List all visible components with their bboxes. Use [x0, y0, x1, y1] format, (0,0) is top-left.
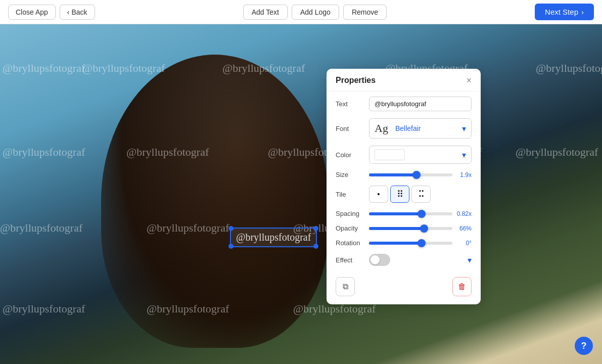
- spacing-slider-thumb[interactable]: [418, 210, 426, 218]
- text-property-row: Text: [336, 97, 472, 111]
- effect-property-row: Effect ▾: [336, 254, 472, 266]
- text-control: [369, 97, 472, 111]
- size-property-row: Size 1.9x: [336, 171, 472, 178]
- size-slider[interactable]: [369, 173, 452, 176]
- font-preview-char: Ag: [375, 122, 388, 135]
- tile-option-grid[interactable]: ⠿: [390, 186, 409, 203]
- add-logo-button[interactable]: Add Logo: [292, 5, 339, 20]
- spacing-control: 0.82x: [369, 210, 472, 217]
- resize-handle-tl[interactable]: [228, 226, 234, 231]
- properties-panel: Properties × Text Font Ag Bellefair: [327, 69, 481, 304]
- spacing-value: 0.82x: [455, 210, 472, 217]
- panel-body: Text Font Ag Bellefair ▾: [327, 92, 481, 266]
- couple-silhouette: [101, 55, 329, 348]
- rotation-value: 0°: [455, 240, 472, 247]
- back-button[interactable]: ‹ Back: [60, 5, 95, 20]
- effect-control: [369, 254, 464, 266]
- canvas-area: @bryllupsfotograf@bryllupsfotograf@bryll…: [0, 24, 602, 364]
- tile-grid-icon: ⠿: [397, 189, 403, 200]
- remove-button[interactable]: Remove: [343, 5, 387, 20]
- size-label: Size: [336, 171, 365, 178]
- rotation-label: Rotation: [336, 239, 365, 247]
- delete-button[interactable]: 🗑: [452, 277, 472, 296]
- font-selector-left: Ag Bellefair: [375, 122, 421, 135]
- trash-icon: 🗑: [458, 282, 466, 291]
- color-control: ▾: [369, 146, 472, 164]
- font-name: Bellefair: [395, 124, 421, 132]
- effect-chevron-down-icon[interactable]: ▾: [468, 255, 472, 265]
- spacing-label: Spacing: [336, 210, 365, 217]
- tile-label: Tile: [336, 191, 365, 198]
- duplicate-button[interactable]: ⧉: [336, 277, 355, 296]
- opacity-slider[interactable]: [369, 227, 452, 230]
- rotation-slider[interactable]: [369, 242, 452, 245]
- selected-text-element[interactable]: @bryllupsfotograf: [230, 228, 317, 247]
- color-label: Color: [336, 151, 365, 159]
- close-app-button[interactable]: Close App: [8, 5, 56, 20]
- font-label: Font: [336, 125, 365, 132]
- help-button[interactable]: ?: [575, 337, 593, 355]
- text-label: Text: [336, 100, 365, 108]
- add-text-button[interactable]: Add Text: [243, 5, 288, 20]
- color-property-row: Color ▾: [336, 146, 472, 164]
- tile-control: • ⠿ ⠭: [369, 186, 472, 203]
- panel-header: Properties ×: [327, 69, 481, 92]
- color-selector[interactable]: ▾: [369, 146, 472, 164]
- selected-text-content: @bryllupsfotograf: [236, 232, 311, 243]
- size-control: 1.9x: [369, 171, 472, 178]
- duplicate-icon: ⧉: [343, 282, 348, 291]
- opacity-value: 66%: [455, 225, 472, 232]
- back-chevron-icon: ‹: [67, 8, 70, 16]
- next-step-button[interactable]: Next Step ›: [535, 4, 594, 20]
- opacity-property-row: Opacity 66%: [336, 224, 472, 232]
- rotation-slider-thumb[interactable]: [418, 239, 426, 247]
- color-chevron-down-icon: ▾: [462, 150, 466, 160]
- font-chevron-down-icon: ▾: [462, 124, 466, 133]
- panel-close-button[interactable]: ×: [466, 76, 472, 85]
- font-selector[interactable]: Ag Bellefair ▾: [369, 118, 472, 139]
- rotation-slider-fill: [369, 242, 422, 245]
- color-swatch: [375, 149, 405, 160]
- spacing-slider-fill: [369, 212, 422, 215]
- tile-single-icon: •: [378, 190, 380, 198]
- rotation-control: 0°: [369, 240, 472, 247]
- spacing-property-row: Spacing 0.82x: [336, 210, 472, 217]
- font-property-row: Font Ag Bellefair ▾: [336, 118, 472, 139]
- spacing-slider[interactable]: [369, 212, 452, 215]
- size-value: 1.9x: [455, 171, 472, 178]
- effect-label: Effect: [336, 256, 365, 264]
- next-step-chevron-icon: ›: [581, 8, 584, 16]
- effect-toggle[interactable]: [369, 254, 390, 266]
- rotation-property-row: Rotation 0°: [336, 239, 472, 247]
- font-control: Ag Bellefair ▾: [369, 118, 472, 139]
- size-slider-thumb[interactable]: [412, 171, 421, 179]
- effect-toggle-thumb: [371, 255, 380, 264]
- opacity-slider-thumb[interactable]: [420, 224, 428, 233]
- toolbar-left: Close App ‹ Back: [8, 5, 95, 20]
- tile-option-single[interactable]: •: [369, 186, 388, 203]
- resize-handle-bl[interactable]: [228, 244, 234, 249]
- panel-title: Properties: [336, 76, 376, 85]
- panel-footer: ⧉ 🗑: [327, 273, 481, 296]
- tile-options: • ⠿ ⠭: [369, 186, 431, 203]
- toolbar: Close App ‹ Back Add Text Add Logo Remov…: [0, 0, 602, 24]
- size-slider-fill: [369, 173, 416, 176]
- opacity-slider-fill: [369, 227, 424, 230]
- text-input[interactable]: [369, 97, 472, 111]
- tile-option-scatter[interactable]: ⠭: [411, 186, 431, 203]
- toolbar-right: Next Step ›: [535, 4, 594, 20]
- tile-scatter-icon: ⠭: [418, 189, 425, 200]
- tile-property-row: Tile • ⠿ ⠭: [336, 186, 472, 203]
- opacity-label: Opacity: [336, 224, 365, 232]
- toolbar-center: Add Text Add Logo Remove: [243, 5, 387, 20]
- opacity-control: 66%: [369, 225, 472, 232]
